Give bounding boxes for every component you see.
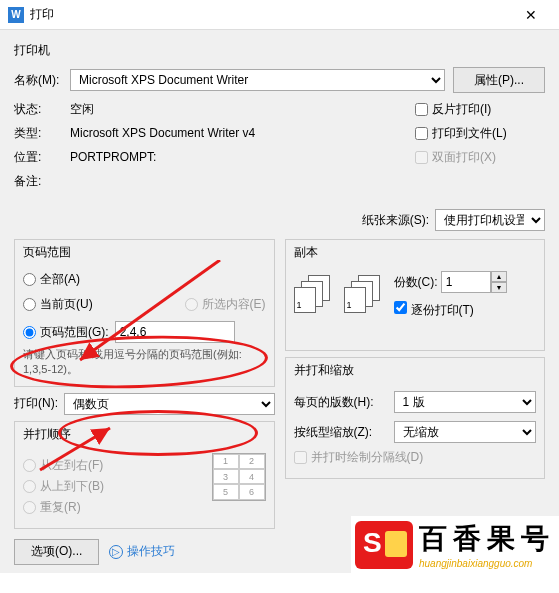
print-what-select[interactable]: 偶数页 [64, 393, 275, 415]
app-icon: W [8, 7, 24, 23]
order-diagram: 123456 [212, 453, 266, 501]
printer-section-title: 打印机 [14, 38, 545, 63]
status-value: 空闲 [70, 101, 415, 118]
collate-checkbox[interactable]: 逐份打印(T) [394, 301, 507, 319]
type-label: 类型: [14, 125, 70, 142]
page-range-input[interactable] [115, 321, 235, 343]
range-selection-radio: 所选内容(E) [185, 296, 266, 313]
duplex-checkbox: 双面打印(X) [415, 149, 545, 166]
range-current-radio[interactable]: 当前页(U) [23, 296, 185, 313]
collate-diagram: 321 321 [294, 275, 380, 315]
order-lr-radio: 从左到右(F) [23, 457, 198, 474]
pps-label: 每页的版数(H): [294, 394, 394, 411]
range-pages-radio[interactable]: 页码范围(G): [23, 321, 266, 343]
range-all-radio[interactable]: 全部(A) [23, 271, 266, 288]
print-to-file-checkbox[interactable]: 打印到文件(L) [415, 125, 545, 142]
scale-title: 并打和缩放 [286, 358, 545, 383]
copies-label: 份数(C): [394, 275, 438, 289]
reverse-print-checkbox[interactable]: 反片打印(I) [415, 101, 545, 118]
order-tb-radio: 从上到下(B) [23, 478, 198, 495]
copies-title: 副本 [286, 240, 545, 265]
copies-input[interactable] [441, 271, 491, 293]
range-hint: 请键入页码和/或用逗号分隔的页码范围(例如: 1,3,5-12)。 [23, 347, 266, 378]
order-title: 并打顺序 [15, 422, 274, 447]
options-button[interactable]: 选项(O)... [14, 539, 99, 565]
type-value: Microsoft XPS Document Writer v4 [70, 126, 415, 140]
printer-name-select[interactable]: Microsoft XPS Document Writer [70, 69, 445, 91]
pages-per-sheet-select[interactable]: 1 版 [394, 391, 537, 413]
close-button[interactable]: ✕ [511, 3, 551, 27]
range-title: 页码范围 [15, 240, 274, 265]
watermark: 百香果号 huangjinbaixiangguo.com [351, 516, 559, 573]
scale-to-paper-select[interactable]: 无缩放 [394, 421, 537, 443]
name-label: 名称(M): [14, 72, 70, 89]
watermark-icon [355, 521, 413, 569]
properties-button[interactable]: 属性(P)... [453, 67, 545, 93]
window-title: 打印 [30, 6, 511, 23]
order-repeat-radio: 重复(R) [23, 499, 198, 516]
status-label: 状态: [14, 101, 70, 118]
print-what-label: 打印(N): [14, 395, 58, 412]
paper-source-select[interactable]: 使用打印机设置 [435, 209, 545, 231]
fit-label: 按纸型缩放(Z): [294, 424, 394, 441]
tips-link[interactable]: ▷ 操作技巧 [109, 543, 175, 560]
where-label: 位置: [14, 149, 70, 166]
draw-lines-checkbox: 并打时绘制分隔线(D) [294, 449, 537, 466]
where-value: PORTPROMPT: [70, 150, 415, 164]
play-icon: ▷ [109, 545, 123, 559]
copies-down[interactable]: ▼ [491, 282, 507, 293]
paper-source-label: 纸张来源(S): [362, 212, 429, 229]
copies-up[interactable]: ▲ [491, 271, 507, 282]
comment-label: 备注: [14, 173, 70, 190]
